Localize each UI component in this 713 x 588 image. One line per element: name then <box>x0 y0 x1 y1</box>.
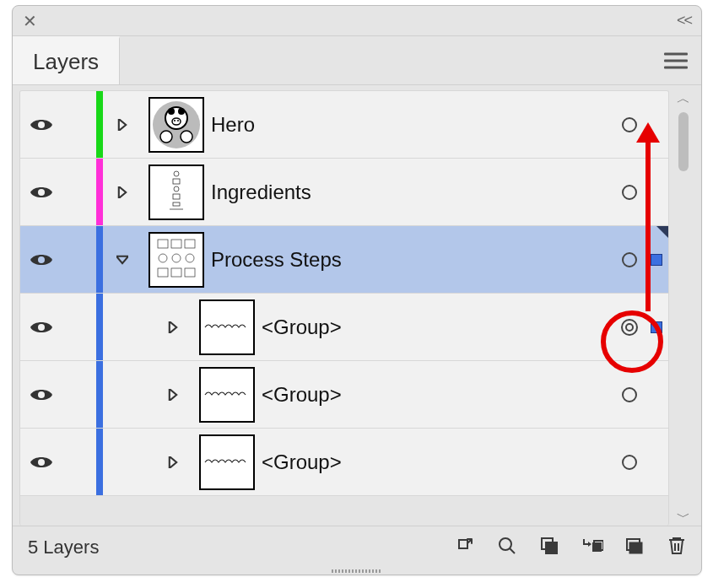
tab-label: Layers <box>33 49 99 75</box>
svg-rect-20 <box>185 240 195 248</box>
svg-point-3 <box>168 108 175 115</box>
visibility-toggle[interactable] <box>20 455 62 470</box>
layer-name[interactable]: <Group> <box>262 383 614 407</box>
disclosure-icon[interactable] <box>154 389 192 401</box>
svg-point-9 <box>181 131 192 143</box>
svg-point-4 <box>178 108 185 115</box>
disclosure-icon[interactable] <box>154 321 192 333</box>
svg-point-13 <box>174 186 179 192</box>
svg-point-30 <box>38 391 45 398</box>
svg-point-27 <box>38 324 45 331</box>
visibility-toggle[interactable] <box>20 117 62 132</box>
target-icon[interactable] <box>614 252 645 267</box>
layers-panel: ✕ << Layers Hero <box>12 5 702 575</box>
new-sublayer-icon[interactable] <box>581 536 603 559</box>
target-icon[interactable] <box>614 387 645 402</box>
layer-name[interactable]: <Group> <box>262 316 614 339</box>
layer-row[interactable]: <Group> <box>20 294 668 361</box>
clipping-mask-icon[interactable] <box>539 536 559 559</box>
svg-rect-25 <box>171 268 181 277</box>
svg-rect-15 <box>173 202 180 206</box>
panel-footer: 5 Layers <box>13 526 701 568</box>
visibility-toggle[interactable] <box>20 387 62 402</box>
svg-line-33 <box>510 548 515 553</box>
layer-list-container: Hero Ingredients <box>13 85 701 526</box>
svg-point-31 <box>38 459 45 466</box>
svg-rect-12 <box>173 179 180 184</box>
svg-point-23 <box>186 254 194 262</box>
scroll-down-icon[interactable]: ﹀ <box>675 509 692 526</box>
active-layer-marker <box>656 226 668 238</box>
target-icon[interactable] <box>614 185 645 200</box>
scroll-thumb[interactable] <box>678 112 689 171</box>
svg-point-6 <box>174 120 176 121</box>
layer-name[interactable]: Ingredients <box>211 181 614 204</box>
layer-color-swatch <box>96 294 103 360</box>
scroll-track[interactable] <box>677 107 690 509</box>
new-layer-icon[interactable] <box>625 536 645 559</box>
svg-point-21 <box>159 254 167 262</box>
layer-thumbnail <box>199 299 255 355</box>
svg-point-22 <box>172 254 181 262</box>
target-icon[interactable] <box>614 455 645 470</box>
layer-row[interactable]: Hero <box>20 91 668 159</box>
target-icon[interactable] <box>614 317 645 337</box>
svg-point-0 <box>38 121 45 128</box>
delete-icon[interactable] <box>667 536 686 559</box>
layer-color-swatch <box>96 429 103 495</box>
selection-indicator[interactable] <box>645 254 668 266</box>
visibility-toggle[interactable] <box>20 320 62 335</box>
locate-icon[interactable] <box>497 536 517 559</box>
tab-bar: Layers <box>13 36 701 85</box>
layer-thumbnail <box>149 232 204 288</box>
layer-row[interactable]: <Group> <box>20 361 668 429</box>
layer-name[interactable]: Hero <box>211 113 614 137</box>
layer-row[interactable]: Ingredients <box>20 159 668 226</box>
layer-thumbnail <box>149 97 204 153</box>
svg-rect-26 <box>185 268 195 277</box>
layer-color-swatch <box>96 361 103 428</box>
svg-point-5 <box>172 118 181 125</box>
visibility-toggle[interactable] <box>20 252 62 267</box>
svg-rect-24 <box>158 268 168 277</box>
svg-point-7 <box>177 120 179 121</box>
svg-point-8 <box>160 131 172 143</box>
resize-gripper[interactable] <box>13 568 701 575</box>
layer-thumbnail <box>199 434 255 490</box>
svg-rect-19 <box>171 240 181 248</box>
collapse-icon[interactable]: << <box>677 12 691 30</box>
close-icon[interactable]: ✕ <box>23 11 37 31</box>
svg-rect-35 <box>546 542 557 553</box>
svg-point-28 <box>622 320 637 335</box>
panel-menu-icon[interactable] <box>664 48 688 73</box>
layer-row[interactable]: Process Steps <box>20 226 668 294</box>
export-icon[interactable] <box>455 536 475 559</box>
target-icon[interactable] <box>614 117 645 132</box>
layer-count-label: 5 Layers <box>28 537 99 558</box>
layer-thumbnail <box>199 367 255 423</box>
layer-color-swatch <box>96 226 103 293</box>
svg-rect-18 <box>158 240 168 248</box>
layer-name[interactable]: <Group> <box>262 450 614 474</box>
svg-point-11 <box>174 171 179 176</box>
disclosure-icon[interactable] <box>103 186 142 198</box>
panel-titlebar: ✕ << <box>13 6 701 36</box>
visibility-toggle[interactable] <box>20 185 62 200</box>
svg-point-32 <box>500 538 511 550</box>
layer-row[interactable]: <Group> <box>20 429 668 496</box>
layer-list[interactable]: Hero Ingredients <box>19 90 669 526</box>
disclosure-icon[interactable] <box>154 456 192 468</box>
disclosure-icon[interactable] <box>103 254 142 266</box>
disclosure-icon[interactable] <box>103 119 142 131</box>
layer-name[interactable]: Process Steps <box>211 248 614 272</box>
layer-thumbnail <box>149 165 204 220</box>
tab-layers[interactable]: Layers <box>13 36 120 84</box>
svg-point-29 <box>626 324 633 331</box>
svg-point-17 <box>38 256 45 263</box>
selection-indicator[interactable] <box>645 321 668 333</box>
layer-color-swatch <box>96 91 103 158</box>
svg-point-10 <box>38 189 45 196</box>
scrollbar[interactable]: ︿ ﹀ <box>674 90 693 526</box>
svg-rect-14 <box>173 194 180 199</box>
scroll-up-icon[interactable]: ︿ <box>675 90 692 107</box>
